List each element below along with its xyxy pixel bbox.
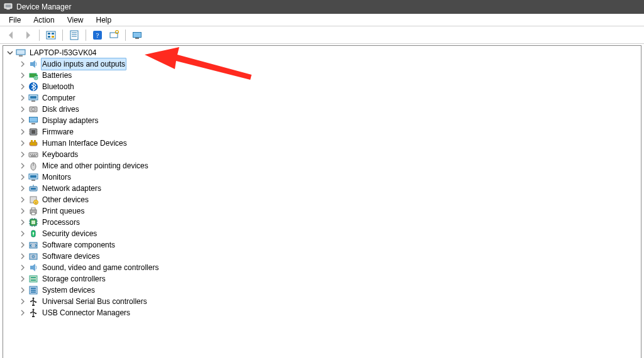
chevron-right-icon[interactable] bbox=[18, 94, 27, 102]
chevron-right-icon[interactable] bbox=[18, 82, 27, 91]
chevron-right-icon[interactable] bbox=[18, 297, 27, 306]
scan-hardware-button[interactable] bbox=[106, 28, 121, 42]
chip-icon bbox=[28, 127, 38, 137]
window-title: Device Manager bbox=[16, 3, 71, 11]
tree-item-label: Monitors bbox=[41, 171, 72, 183]
svg-text:?: ? bbox=[96, 31, 99, 39]
tree-item[interactable]: Firmware bbox=[3, 126, 641, 138]
menu-file[interactable]: File bbox=[3, 14, 27, 26]
chevron-right-icon[interactable] bbox=[18, 116, 27, 125]
tree-item-label: Security devices bbox=[41, 228, 98, 239]
menu-view[interactable]: View bbox=[61, 14, 90, 26]
menu-action[interactable]: Action bbox=[27, 14, 60, 26]
chevron-right-icon[interactable] bbox=[18, 60, 27, 68]
back-button[interactable] bbox=[4, 28, 19, 42]
tree-item[interactable]: Security devices bbox=[3, 228, 641, 239]
tree-item[interactable]: Human Interface Devices bbox=[3, 138, 641, 149]
chevron-right-icon[interactable] bbox=[18, 229, 27, 238]
toolbar-separator bbox=[39, 30, 40, 41]
tree-item[interactable]: Disk drives bbox=[3, 104, 641, 115]
help-button[interactable]: ? bbox=[90, 28, 105, 42]
chevron-right-icon[interactable] bbox=[18, 105, 27, 114]
tree-item-label: Display adapters bbox=[41, 115, 99, 126]
monitor-button[interactable] bbox=[130, 28, 145, 42]
storage-icon bbox=[28, 274, 38, 284]
tree-item-label: Other devices bbox=[41, 194, 90, 205]
tree-item-label: USB Connector Managers bbox=[41, 307, 131, 318]
tree-item[interactable]: Software components bbox=[3, 239, 641, 251]
chevron-right-icon[interactable] bbox=[18, 127, 27, 136]
tree-item[interactable]: Computer bbox=[3, 92, 641, 104]
chevron-right-icon[interactable] bbox=[18, 263, 27, 272]
bluetooth-icon bbox=[28, 82, 38, 92]
tree-item-label: Print queues bbox=[41, 205, 86, 217]
properties-button[interactable] bbox=[67, 28, 82, 42]
tree-item-label: Batteries bbox=[41, 70, 73, 81]
other-icon bbox=[28, 195, 38, 205]
softdev-icon bbox=[28, 251, 38, 261]
battery-icon bbox=[28, 70, 38, 80]
chevron-right-icon[interactable] bbox=[18, 161, 27, 170]
svg-rect-4 bbox=[48, 33, 50, 35]
tree-item[interactable]: Sound, video and game controllers bbox=[3, 262, 641, 273]
window-titlebar: Device Manager bbox=[0, 0, 644, 14]
tree-root[interactable]: LAPTOP-I53GVK04 bbox=[3, 47, 641, 58]
tree-item[interactable]: Software devices bbox=[3, 251, 641, 262]
svg-rect-1 bbox=[6, 4, 11, 7]
chevron-right-icon[interactable] bbox=[18, 218, 27, 227]
tree-item[interactable]: Universal Serial Bus controllers bbox=[3, 296, 641, 307]
menu-bar: File Action View Help bbox=[0, 14, 644, 26]
menu-help[interactable]: Help bbox=[90, 14, 118, 26]
chevron-right-icon[interactable] bbox=[18, 195, 27, 204]
tree-item[interactable]: Mice and other pointing devices bbox=[3, 160, 641, 171]
svg-rect-20 bbox=[19, 55, 23, 57]
chevron-right-icon[interactable] bbox=[18, 252, 27, 261]
toolbar-separator bbox=[125, 30, 126, 41]
speaker-icon bbox=[28, 59, 38, 69]
tree-item[interactable]: Keyboards bbox=[3, 149, 641, 160]
chevron-right-icon[interactable] bbox=[18, 274, 27, 283]
tree-item-label: Bluetooth bbox=[41, 81, 75, 92]
tree-item[interactable]: Batteries bbox=[3, 70, 641, 81]
svg-rect-17 bbox=[133, 33, 141, 37]
toolbar-separator bbox=[62, 30, 63, 41]
tree-item[interactable]: USB Connector Managers bbox=[3, 307, 641, 318]
tree-item[interactable]: Storage controllers bbox=[3, 273, 641, 285]
chevron-right-icon[interactable] bbox=[18, 184, 27, 193]
tree-item-label: Software components bbox=[41, 239, 116, 251]
tree-item[interactable]: Processors bbox=[3, 217, 641, 228]
tree-item[interactable]: System devices bbox=[3, 285, 641, 296]
chevron-down-icon[interactable] bbox=[6, 48, 14, 57]
device-manager-icon bbox=[4, 2, 13, 13]
tree-item-label: Software devices bbox=[41, 251, 101, 262]
keyboard-icon bbox=[28, 149, 38, 160]
chevron-right-icon[interactable] bbox=[18, 207, 27, 215]
forward-button[interactable] bbox=[20, 28, 35, 42]
tree-item-label: Disk drives bbox=[41, 104, 80, 115]
tree-item[interactable]: Monitors bbox=[3, 171, 641, 183]
tree-item[interactable]: Audio inputs and outputs bbox=[3, 58, 641, 70]
tree-item[interactable]: Network adapters bbox=[3, 183, 641, 194]
tree-item[interactable]: Bluetooth bbox=[3, 81, 641, 92]
tree-item-label: Processors bbox=[41, 217, 81, 228]
svg-rect-19 bbox=[16, 50, 25, 55]
usb-icon bbox=[28, 296, 38, 306]
tree-item-label: Universal Serial Bus controllers bbox=[41, 296, 148, 307]
printer-icon bbox=[28, 206, 38, 216]
tree-item[interactable]: Other devices bbox=[3, 194, 641, 205]
device-tree[interactable]: LAPTOP-I53GVK04 Audio inputs and outputs… bbox=[3, 47, 641, 318]
chevron-right-icon[interactable] bbox=[18, 150, 27, 159]
chevron-right-icon[interactable] bbox=[18, 286, 27, 295]
processor-icon bbox=[28, 217, 38, 227]
show-hidden-button[interactable] bbox=[43, 28, 58, 42]
chevron-right-icon[interactable] bbox=[18, 241, 27, 249]
tree-item[interactable]: Print queues bbox=[3, 205, 641, 217]
tree-item-label: Human Interface Devices bbox=[41, 138, 128, 149]
svg-rect-5 bbox=[52, 33, 54, 35]
chevron-right-icon[interactable] bbox=[18, 71, 27, 80]
toolbar-separator bbox=[86, 30, 86, 41]
tree-item[interactable]: Display adapters bbox=[3, 115, 641, 126]
chevron-right-icon[interactable] bbox=[18, 308, 27, 317]
chevron-right-icon[interactable] bbox=[18, 139, 27, 148]
chevron-right-icon[interactable] bbox=[18, 173, 27, 182]
